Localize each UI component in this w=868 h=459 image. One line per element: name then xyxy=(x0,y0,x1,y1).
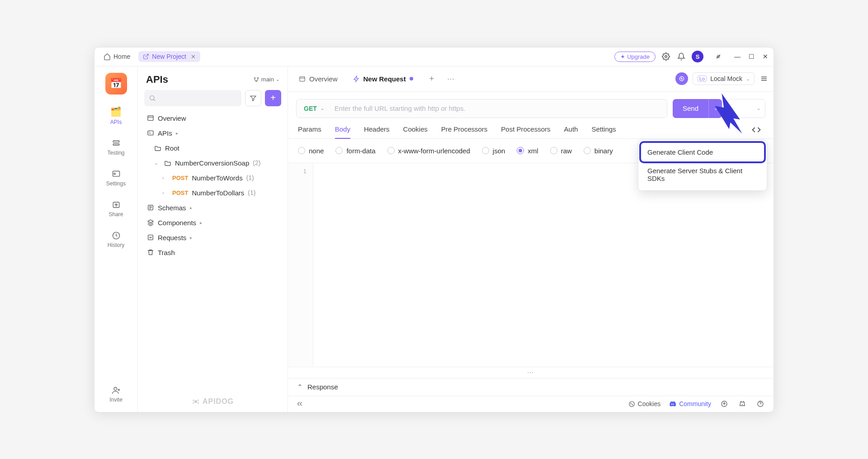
url-input[interactable] xyxy=(329,104,667,112)
rail-apis[interactable]: 🗂️ APIs xyxy=(100,104,132,127)
method-badge: POST xyxy=(172,189,188,196)
subtab-post[interactable]: Post Processors xyxy=(501,125,550,138)
subtab-body[interactable]: Body xyxy=(335,125,350,138)
search-input[interactable] xyxy=(144,90,241,106)
tab-overview-label: Overview xyxy=(309,75,338,83)
tree-schemas[interactable]: Schemas ▸ xyxy=(144,200,281,215)
send-button[interactable]: Send ⌄ xyxy=(673,99,722,118)
tree-endpoint-words[interactable]: › POST NumberToWords (1) xyxy=(144,170,281,185)
chevron-up-icon: ⌃ xyxy=(297,383,303,391)
svg-rect-3 xyxy=(113,143,119,145)
minimize-button[interactable]: — xyxy=(734,53,741,60)
add-button[interactable]: + xyxy=(265,90,281,106)
body-type-urlencoded[interactable]: x-www-form-urlencoded xyxy=(387,147,470,155)
search-icon xyxy=(149,95,156,102)
rail-history[interactable]: History xyxy=(100,229,132,250)
environment-selector[interactable]: Lo Local Mock ⌄ xyxy=(693,72,755,85)
close-icon[interactable]: ✕ xyxy=(191,53,196,60)
agent-status-icon[interactable] xyxy=(675,72,688,85)
resize-handle[interactable]: ⋯ xyxy=(288,367,774,378)
upgrade-button[interactable]: ✦ Upgrade xyxy=(614,52,656,62)
cookies-button[interactable]: Cookies xyxy=(628,400,661,407)
body-type-binary[interactable]: binary xyxy=(584,147,613,155)
endpoint-name: NumberToWords xyxy=(192,174,242,182)
components-icon xyxy=(147,219,154,226)
avatar[interactable]: S xyxy=(692,51,703,62)
brand-watermark: APIDOG xyxy=(140,391,286,412)
theme-icon[interactable] xyxy=(737,399,747,409)
requests-icon xyxy=(147,234,154,241)
endpoint-count: (1) xyxy=(248,189,255,196)
home-button[interactable]: Home xyxy=(100,51,134,62)
new-tab-button[interactable]: + xyxy=(425,72,439,85)
branch-selector[interactable]: main ⌄ xyxy=(253,76,279,83)
code-editor[interactable] xyxy=(313,163,774,367)
subtab-settings[interactable]: Settings xyxy=(591,125,616,138)
maximize-button[interactable]: ☐ xyxy=(749,53,755,60)
svg-point-21 xyxy=(193,402,194,403)
code-toggle-button[interactable] xyxy=(752,125,764,138)
chevron-right-icon: ▸ xyxy=(200,220,202,225)
trash-icon xyxy=(147,249,154,256)
tree-components[interactable]: Components ▸ xyxy=(144,215,281,230)
body-type-formdata[interactable]: form-data xyxy=(335,147,375,155)
body-type-xml[interactable]: xml xyxy=(517,147,538,155)
save-button[interactable]: ⌄ xyxy=(727,99,765,118)
rail-share[interactable]: Share xyxy=(100,199,132,219)
subtab-headers[interactable]: Headers xyxy=(364,125,390,138)
body-type-json[interactable]: json xyxy=(482,147,505,155)
external-link-icon xyxy=(143,53,149,60)
hamburger-icon[interactable] xyxy=(759,74,769,84)
chevron-right-icon: ▸ xyxy=(190,235,192,240)
tree-apis-group[interactable]: APIs ▸ xyxy=(144,126,281,141)
filter-button[interactable] xyxy=(245,90,261,106)
subtab-auth[interactable]: Auth xyxy=(564,125,578,138)
tree-requests[interactable]: Requests ▸ xyxy=(144,230,281,245)
tree-overview[interactable]: Overview xyxy=(144,111,281,126)
pin-icon[interactable] xyxy=(713,52,723,62)
tree-endpoint-dollars[interactable]: › POST NumberToDollars (1) xyxy=(144,185,281,200)
community-button[interactable]: Community xyxy=(669,400,711,408)
menu-generate-server-stubs[interactable]: Generate Server Stubs & Client SDKs xyxy=(641,161,764,188)
history-icon xyxy=(112,231,121,240)
tree-overview-label: Overview xyxy=(158,114,186,122)
bell-icon[interactable] xyxy=(676,52,686,62)
subtab-cookies[interactable]: Cookies xyxy=(403,125,428,138)
tree-trash[interactable]: Trash xyxy=(144,245,281,260)
body-type-none[interactable]: none xyxy=(298,147,324,155)
home-icon xyxy=(104,53,111,60)
side-title: APIs xyxy=(146,74,168,85)
tab-new-request[interactable]: New Request xyxy=(347,71,420,87)
subtab-params[interactable]: Params xyxy=(298,125,321,138)
brand-text: APIDOG xyxy=(203,397,234,406)
close-button[interactable]: ✕ xyxy=(763,53,768,60)
collapse-sidebar-button[interactable] xyxy=(296,400,303,407)
apis-icon: 🗂️ xyxy=(110,106,122,117)
response-section-header[interactable]: ⌃ Response xyxy=(288,378,774,396)
rail-invite[interactable]: Invite xyxy=(100,384,132,405)
method-selector[interactable]: GET ⌄ xyxy=(297,105,329,112)
upload-icon[interactable] xyxy=(719,399,729,409)
menu-generate-client-code[interactable]: Generate Client Code xyxy=(641,143,764,161)
tab-overview[interactable]: Overview xyxy=(292,71,344,87)
tree-root[interactable]: Root xyxy=(144,141,281,156)
send-dropdown-icon[interactable]: ⌄ xyxy=(708,99,722,118)
subtab-pre[interactable]: Pre Processors xyxy=(441,125,488,138)
svg-point-10 xyxy=(257,77,258,78)
svg-rect-23 xyxy=(300,76,305,81)
body-type-raw[interactable]: raw xyxy=(550,147,572,155)
tree-folder-soap[interactable]: ⌄ NumberConversionSoap (2) xyxy=(144,156,281,170)
chevron-down-icon: ⌄ xyxy=(154,160,160,166)
tree-requests-label: Requests xyxy=(158,234,186,241)
gear-icon[interactable] xyxy=(661,52,671,62)
rail-testing[interactable]: Testing xyxy=(100,137,132,158)
tree-schemas-label: Schemas xyxy=(158,204,186,212)
project-tab[interactable]: New Project ✕ xyxy=(138,51,200,62)
tab-more-button[interactable]: ⋯ xyxy=(444,72,458,85)
chevron-right-icon: ▸ xyxy=(176,131,178,136)
help-icon[interactable] xyxy=(755,399,765,409)
svg-rect-13 xyxy=(148,116,153,121)
bolt-icon xyxy=(353,76,360,82)
schemas-icon xyxy=(147,204,154,211)
rail-settings[interactable]: Settings xyxy=(100,168,132,189)
